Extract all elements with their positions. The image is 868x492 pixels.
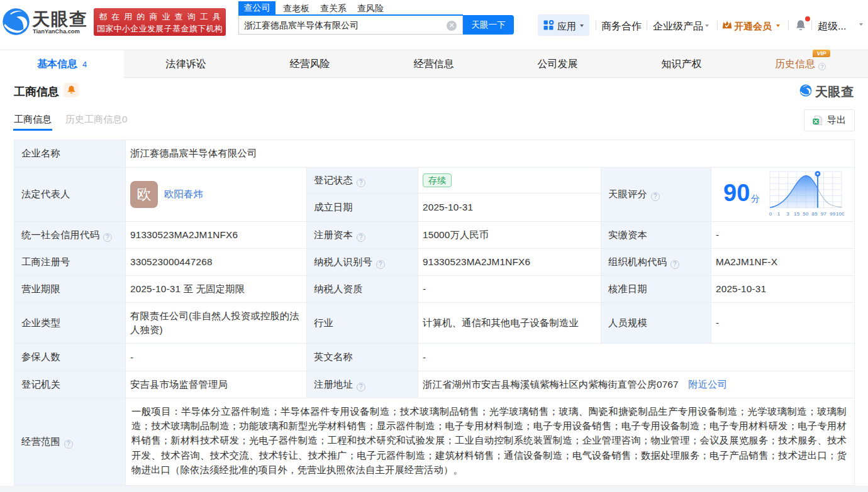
svg-text:0: 0 [769,211,772,217]
svg-text:85: 85 [812,211,818,217]
svg-text:15: 15 [794,211,800,217]
svg-text:100: 100 [836,211,844,217]
svg-text:3: 3 [786,211,789,217]
svg-text:99: 99 [830,211,836,217]
svg-text:1: 1 [777,211,781,217]
svg-text:50: 50 [803,211,809,217]
svg-text:97: 97 [821,211,827,217]
